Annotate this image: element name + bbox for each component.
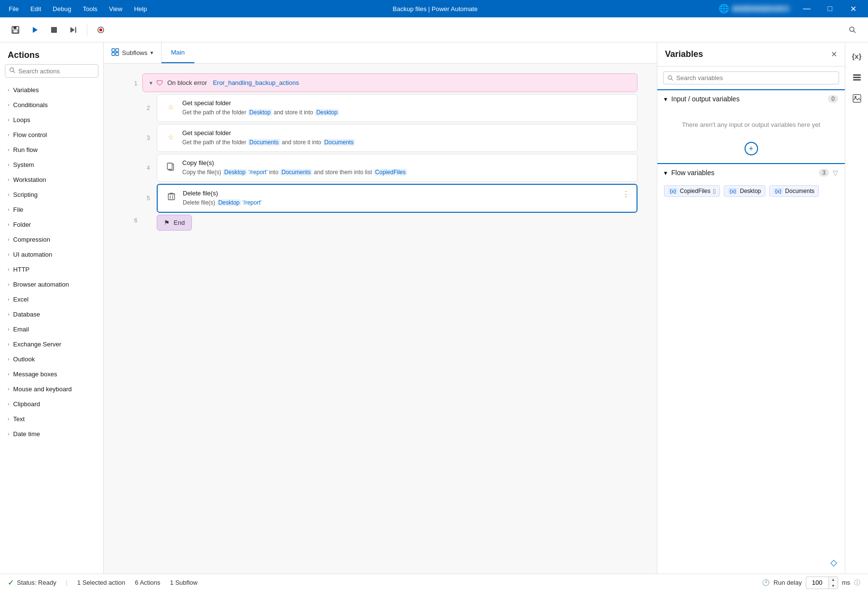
next-button[interactable] xyxy=(66,22,81,38)
svg-rect-4 xyxy=(51,27,57,33)
flow-step-4[interactable]: Copy file(s) Copy the file(s) Desktop '/… xyxy=(157,154,637,182)
variables-header: Variables ✕ xyxy=(657,42,845,67)
save-button[interactable] xyxy=(8,22,23,38)
sidebar-item-workstation[interactable]: ›Workstation xyxy=(0,172,103,187)
window-controls: — □ ✕ xyxy=(796,0,864,17)
star-icon: ☆ xyxy=(164,130,177,144)
sidebar-item-run-flow[interactable]: ›Run flow xyxy=(0,142,103,157)
flow-variables-header[interactable]: ▾ Flow variables 3 ▽ xyxy=(657,164,845,181)
sidebar-item-browser-automation[interactable]: ›Browser automation xyxy=(0,277,103,292)
toolbar-separator xyxy=(87,24,87,36)
statusbar: ✓ Status: Ready | 1 Selected action 6 Ac… xyxy=(0,574,868,591)
right-icon-layers[interactable] xyxy=(848,69,866,86)
sidebar-item-ui-automation[interactable]: ›UI automation xyxy=(0,247,103,262)
sidebar-item-loops[interactable]: ›Loops xyxy=(0,112,103,127)
selected-actions: 1 Selected action xyxy=(77,579,125,586)
var-name-documents: Documents xyxy=(785,188,814,194)
flow-step-5[interactable]: Delete file(s) Delete file(s) Desktop '/… xyxy=(157,184,637,213)
sidebar-item-conditionals[interactable]: ›Conditionals xyxy=(0,97,103,112)
sidebar-item-clipboard[interactable]: ›Clipboard xyxy=(0,397,103,412)
sidebar-item-flow-control[interactable]: ›Flow control xyxy=(0,127,103,142)
step-title-3: Get special folder xyxy=(182,129,630,137)
sidebar-item-excel[interactable]: ›Excel xyxy=(0,292,103,307)
var-chip-documents[interactable]: {x} Documents xyxy=(769,185,819,197)
spin-down-button[interactable]: ▼ xyxy=(829,583,838,589)
tab-main[interactable]: Main xyxy=(162,42,194,63)
right-icon-curly-brace[interactable]: {x} xyxy=(848,47,866,65)
stop-button[interactable] xyxy=(46,22,62,38)
right-icon-image[interactable] xyxy=(848,90,866,107)
sidebar-item-email[interactable]: ›Email xyxy=(0,322,103,337)
search-input[interactable] xyxy=(18,68,94,75)
menu-tools[interactable]: Tools xyxy=(78,3,102,14)
status-ready: ✓ Status: Ready xyxy=(8,578,56,587)
toolbar-search-area xyxy=(845,22,860,38)
svg-point-8 xyxy=(99,28,102,31)
filter-icon[interactable]: ▽ xyxy=(833,169,838,177)
var-chip-copiedfiles[interactable]: {x} CopiedFiles [] xyxy=(664,185,720,197)
svg-rect-14 xyxy=(116,49,119,52)
sidebar-item-scripting[interactable]: ›Scripting xyxy=(0,187,103,202)
sidebar-item-file[interactable]: ›File xyxy=(0,202,103,217)
flow-step-3[interactable]: ☆ Get special folder Get the path of the… xyxy=(157,124,637,152)
flow-step-2[interactable]: ☆ Get special folder Get the path of the… xyxy=(157,94,637,122)
more-options-button[interactable]: ⋮ xyxy=(622,190,630,199)
sidebar-item-http[interactable]: ›HTTP xyxy=(0,262,103,277)
var-link-desktop[interactable]: Desktop xyxy=(248,109,272,116)
menu-view[interactable]: View xyxy=(104,3,127,14)
chevron-icon: › xyxy=(8,222,9,227)
chevron-icon: › xyxy=(8,267,9,272)
chevron-icon: › xyxy=(8,87,9,93)
menu-file[interactable]: File xyxy=(4,3,24,14)
close-button[interactable]: ✕ xyxy=(842,0,864,17)
var-link-desktop-copy[interactable]: Desktop xyxy=(223,169,247,176)
sidebar-item-outlook[interactable]: ›Outlook xyxy=(0,352,103,367)
run-delay-input[interactable]: ▲ ▼ xyxy=(806,577,838,589)
sidebar-item-folder[interactable]: ›Folder xyxy=(0,217,103,232)
variables-close-button[interactable]: ✕ xyxy=(831,50,837,59)
maximize-button[interactable]: □ xyxy=(819,0,841,17)
minimize-button[interactable]: — xyxy=(796,0,818,17)
sidebar-item-system[interactable]: ›System xyxy=(0,157,103,172)
input-output-header[interactable]: ▾ Input / output variables 0 xyxy=(657,90,845,108)
subflows-button[interactable]: Subflows ▾ xyxy=(104,42,162,63)
sidebar-item-message-boxes[interactable]: ›Message boxes xyxy=(0,367,103,382)
add-variable-button[interactable]: + xyxy=(745,142,758,155)
var-link-desktop-del[interactable]: Desktop xyxy=(217,199,241,206)
var-link-copiedfiles[interactable]: CopiedFiles xyxy=(374,169,407,176)
sidebar-item-date-time[interactable]: ›Date time xyxy=(0,426,103,441)
str-link-report-del[interactable]: '/report' xyxy=(243,199,261,206)
variables-search-input[interactable] xyxy=(676,74,835,82)
str-link-report[interactable]: '/report' xyxy=(248,169,267,176)
var-link-desktop-2[interactable]: Desktop xyxy=(315,109,339,116)
run-button[interactable] xyxy=(27,22,42,38)
chevron-icon: › xyxy=(8,147,9,152)
svg-rect-16 xyxy=(116,53,119,55)
run-delay-value[interactable] xyxy=(806,579,828,586)
menu-edit[interactable]: Edit xyxy=(26,3,46,14)
tabs-bar: Subflows ▾ Main xyxy=(104,42,657,64)
on-block-error[interactable]: ▾ 🛡 On block error Eror_handling_backup_… xyxy=(142,73,637,92)
sidebar-item-exchange-server[interactable]: ›Exchange Server xyxy=(0,337,103,352)
sidebar-item-database[interactable]: ›Database xyxy=(0,307,103,322)
variables-search-box[interactable] xyxy=(663,71,839,84)
var-link-documents[interactable]: Documents xyxy=(248,139,280,146)
chevron-icon: › xyxy=(8,162,9,167)
collapse-button[interactable]: ▾ xyxy=(149,80,152,86)
svg-rect-2 xyxy=(13,30,18,33)
var-link-documents-2[interactable]: Documents xyxy=(323,139,355,146)
info-icon[interactable]: ⓘ xyxy=(854,578,860,587)
menu-help[interactable]: Help xyxy=(129,3,152,14)
search-button[interactable] xyxy=(845,22,860,38)
var-chip-desktop[interactable]: {x} Desktop xyxy=(724,185,765,197)
sidebar-item-compression[interactable]: ›Compression xyxy=(0,232,103,247)
sidebar-item-text[interactable]: ›Text xyxy=(0,412,103,426)
menu-debug[interactable]: Debug xyxy=(48,3,76,14)
search-box[interactable] xyxy=(5,64,98,78)
sidebar-item-mouse-keyboard[interactable]: ›Mouse and keyboard xyxy=(0,382,103,397)
var-link-documents-copy[interactable]: Documents xyxy=(280,169,312,176)
spin-up-button[interactable]: ▲ xyxy=(829,577,838,583)
sidebar-item-variables[interactable]: ›Variables xyxy=(0,82,103,97)
var-x-icon: {x} xyxy=(773,188,783,194)
record-button[interactable] xyxy=(93,22,108,38)
